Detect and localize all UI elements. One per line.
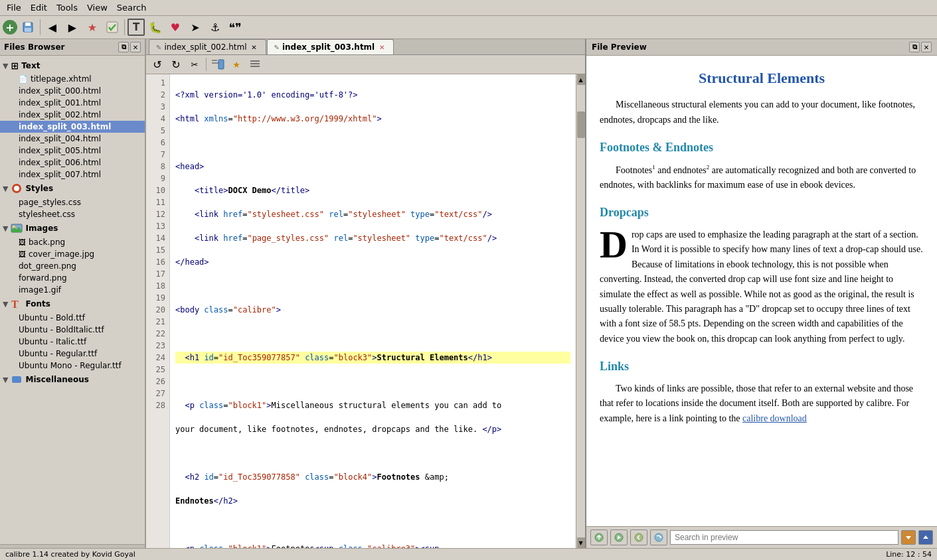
tree-group-misc-label: Miscellaneous	[25, 375, 88, 384]
tree-group-fonts-header[interactable]: ▼ T Fonts	[0, 296, 145, 312]
scroll-down-btn[interactable]: ▼	[577, 537, 585, 548]
preview-links-text: Two kinds of links are possible, those t…	[600, 382, 924, 426]
tree-item-split000[interactable]: index_split_000.html	[0, 85, 145, 97]
images-group-icon	[11, 222, 23, 234]
menu-view[interactable]: View	[83, 1, 112, 14]
menu-file[interactable]: File	[3, 1, 25, 14]
check-button[interactable]	[103, 18, 122, 36]
add-book-button[interactable]: +	[3, 20, 17, 35]
code-line-7: <link href="page_styles.css" rel="styles…	[175, 232, 570, 244]
tree-collapse-icon: ▼	[3, 62, 8, 70]
code-line-12: <h1 id="id_Toc359077857" class="block3">…	[175, 352, 570, 364]
bookmark-button[interactable]: ★	[83, 18, 102, 36]
tree-item-split002[interactable]: index_split_002.html	[0, 109, 145, 121]
file-tree: ▼ ⊞ Text 📄titlepage.xhtml index_split_00…	[0, 56, 145, 544]
svg-rect-2	[25, 28, 31, 32]
preview-refresh-btn[interactable]	[650, 529, 667, 545]
tab-split002[interactable]: ✎ index_split_002.html ✕	[149, 39, 266, 54]
code-line-11	[175, 328, 570, 340]
tree-group-images-label: Images	[25, 224, 58, 233]
ed-sep-1	[206, 58, 207, 71]
svg-rect-1	[25, 23, 31, 26]
preview-back-btn[interactable]	[630, 529, 647, 545]
preview-close-btn[interactable]: ✕	[921, 42, 932, 52]
tree-item-page-styles[interactable]: page_styles.css	[0, 196, 145, 208]
panel-detach-btn[interactable]: ⧉	[118, 42, 129, 52]
tree-item-ubuntu-italic[interactable]: Ubuntu - Italic.ttf	[0, 336, 145, 348]
undo-button[interactable]: ↺	[149, 56, 166, 72]
tab-split003[interactable]: ✎ index_split_003.html ✕	[267, 39, 394, 54]
tab-close-split003[interactable]: ✕	[377, 42, 386, 52]
search-preview-input[interactable]	[670, 530, 898, 545]
arrow-button[interactable]: ➤	[186, 18, 205, 36]
tree-item-split003[interactable]: index_split_003.html	[0, 121, 145, 133]
tree-item-forward-png[interactable]: forward.png	[0, 272, 145, 284]
tree-group-text: ▼ ⊞ Text 📄titlepage.xhtml index_split_00…	[0, 58, 145, 180]
tree-item-dot-green[interactable]: dot_green.png	[0, 260, 145, 272]
menu-edit[interactable]: Edit	[27, 1, 51, 14]
search-down-btn[interactable]	[901, 530, 916, 545]
tree-group-styles: ▼ Styles page_styles.css stylesheet.css	[0, 180, 145, 220]
back-button[interactable]: ◀	[43, 18, 62, 36]
tree-item-split004[interactable]: index_split_004.html	[0, 133, 145, 145]
tree-item-stylesheet[interactable]: stylesheet.css	[0, 208, 145, 220]
toolbar-separator-1	[40, 19, 41, 35]
panel-close-btn[interactable]: ✕	[130, 42, 141, 52]
tree-item-cover-jpg[interactable]: 🖼cover_image.jpg	[0, 248, 145, 260]
menu-tools[interactable]: Tools	[52, 1, 82, 14]
scroll-track[interactable]	[576, 85, 585, 537]
preview-footnotes-text: Footnotes1 and endnotes2 are automatical…	[600, 163, 924, 192]
redo-button[interactable]: ↻	[167, 56, 185, 72]
tree-item-ubuntu-regular[interactable]: Ubuntu - Regular.ttf	[0, 348, 145, 360]
bug-button[interactable]: 🐛	[146, 18, 165, 36]
tree-group-misc-header[interactable]: ▼ Miscellaneous	[0, 372, 145, 387]
tree-item-split006[interactable]: index_split_006.html	[0, 157, 145, 169]
calibre-download-link[interactable]: calibre download	[742, 413, 807, 423]
tree-group-images-header[interactable]: ▼ Images	[0, 220, 145, 236]
tab-close-split002[interactable]: ✕	[250, 42, 259, 52]
tree-group-styles-header[interactable]: ▼ Styles	[0, 180, 145, 196]
scroll-up-btn[interactable]: ▲	[577, 74, 585, 85]
anchor-button[interactable]: ⚓	[206, 18, 224, 36]
code-line-13	[175, 376, 570, 387]
svg-marker-24	[923, 535, 928, 539]
file-icon-cover: 🖼	[19, 250, 26, 259]
preview-home-btn[interactable]	[590, 529, 608, 545]
code-line-18: Endnotes</h2>	[175, 495, 570, 507]
scroll-thumb[interactable]	[577, 111, 585, 138]
tree-item-split007[interactable]: index_split_007.html	[0, 169, 145, 180]
tree-item-ubuntu-bold[interactable]: Ubuntu - Bold.ttf	[0, 312, 145, 324]
search-up-btn[interactable]	[918, 530, 933, 545]
format-button[interactable]	[209, 56, 226, 72]
tree-item-ubuntu-mono[interactable]: Ubuntu Mono - Regular.ttf	[0, 360, 145, 372]
tree-group-text-header[interactable]: ▼ ⊞ Text	[0, 58, 145, 73]
preview-play-btn[interactable]	[610, 529, 628, 545]
tree-item-split001[interactable]: index_split_001.html	[0, 97, 145, 109]
save-button[interactable]	[19, 18, 37, 36]
text-button[interactable]: T	[128, 19, 145, 36]
tree-item-ubuntu-bolditalic[interactable]: Ubuntu - BoldItalic.ttf	[0, 324, 145, 336]
status-left: calibre 1.14 created by Kovid Goyal	[5, 550, 135, 559]
files-browser-header: Files Browser ⧉ ✕	[0, 39, 145, 56]
heart-button[interactable]: ♥	[166, 18, 185, 36]
preview-detach-btn[interactable]: ⧉	[909, 42, 920, 52]
tree-item-split005[interactable]: index_split_005.html	[0, 145, 145, 157]
code-line-3	[175, 137, 570, 149]
menu-search[interactable]: Search	[113, 1, 151, 14]
tree-item-titlepage[interactable]: 📄titlepage.xhtml	[0, 73, 145, 85]
preview-dropcaps-heading: Dropcaps	[600, 203, 924, 222]
star-button[interactable]: ★	[228, 56, 245, 72]
cut-button[interactable]: ✂	[186, 56, 203, 72]
list-button[interactable]	[246, 56, 264, 72]
status-right: Line: 12 : 54	[886, 550, 932, 559]
tree-item-back-png[interactable]: 🖼back.png	[0, 236, 145, 248]
code-content[interactable]: <?xml version='1.0' encoding='utf-8'?> <…	[170, 74, 576, 548]
svg-point-20	[635, 533, 643, 541]
tab-label-split002: index_split_002.html	[164, 42, 246, 52]
tree-item-image1-gif[interactable]: image1.gif	[0, 284, 145, 296]
forward-button[interactable]: ▶	[63, 18, 82, 36]
file-preview-title: File Preview	[592, 42, 647, 52]
vertical-scrollbar[interactable]: ▲ ▼	[576, 74, 585, 548]
quotes-button[interactable]: ❝❞	[226, 18, 244, 36]
svg-point-5	[14, 186, 19, 191]
